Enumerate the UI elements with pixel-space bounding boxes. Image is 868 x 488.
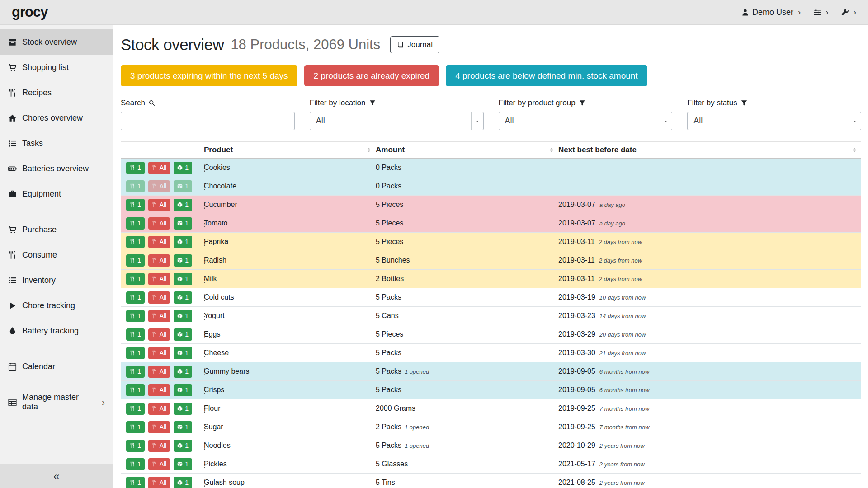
consume-one-button[interactable]: 1 [126, 254, 145, 267]
sidebar-item-calendar[interactable]: Calendar [0, 354, 113, 379]
consume-all-button[interactable]: All [148, 366, 170, 378]
product-amount: 5 Tins [376, 479, 558, 487]
consume-one-button[interactable]: 1 [126, 328, 145, 341]
utensils-icon [8, 251, 17, 259]
consume-all-button[interactable]: All [148, 291, 170, 304]
open-one-button[interactable]: 1 [174, 458, 192, 470]
search-input[interactable] [121, 112, 295, 130]
sidebar-item-manage-master-data[interactable]: Manage master data› [0, 389, 113, 415]
consume-one-button[interactable]: 1 [126, 458, 145, 470]
journal-button[interactable]: Journal [390, 36, 439, 53]
sidebar-item-chore-tracking[interactable]: Chore tracking [0, 293, 113, 318]
open-one-button[interactable]: 1 [174, 403, 192, 415]
sort-icon[interactable] [851, 147, 858, 153]
consume-one-button[interactable]: 1 [126, 347, 145, 359]
sidebar-item-consume[interactable]: Consume [0, 242, 113, 267]
sidebar-item-shopping-list[interactable]: Shopping list [0, 55, 113, 80]
table-icon [8, 398, 17, 407]
sidebar-item-inventory[interactable]: Inventory [0, 267, 113, 293]
consume-all-button[interactable]: All [148, 403, 170, 415]
consume-one-button[interactable]: 1 [126, 477, 145, 488]
open-box-icon [177, 424, 183, 430]
open-one-button[interactable]: 1 [174, 254, 192, 267]
below-min-stock-badge[interactable]: 4 products are below defined min. stock … [446, 65, 647, 86]
sidebar-item-equipment[interactable]: Equipment [0, 181, 113, 206]
table-header-date[interactable]: Next best before date [558, 142, 861, 158]
expired-badge[interactable]: 2 products are already expired [304, 65, 439, 86]
consume-all-button[interactable]: All [148, 273, 170, 285]
utensils-icon [130, 276, 135, 282]
consume-one-button[interactable]: 1 [126, 440, 145, 452]
open-one-button[interactable]: 1 [174, 421, 192, 433]
consume-one-button[interactable]: 1 [126, 421, 145, 433]
admin-menu[interactable]: › [841, 7, 856, 17]
table-header-product[interactable]: Product [204, 142, 376, 158]
open-one-button[interactable]: 1 [174, 180, 192, 192]
consume-all-button[interactable]: All [148, 440, 170, 452]
consume-all-button[interactable]: All [148, 347, 170, 359]
grocy-logo[interactable]: grocy [12, 4, 47, 20]
sidebar-item-purchase[interactable]: Purchase [0, 217, 113, 242]
open-one-button[interactable]: 1 [174, 328, 192, 341]
consume-one-button[interactable]: 1 [126, 384, 145, 396]
consume-all-button[interactable]: All [148, 384, 170, 396]
consume-all-button[interactable]: All [148, 477, 170, 488]
filter-location-select[interactable]: All [310, 112, 484, 130]
sidebar-item-batteries-overview[interactable]: Batteries overview [0, 156, 113, 181]
open-one-button[interactable]: 1 [174, 366, 192, 378]
open-one-button[interactable]: 1 [174, 217, 192, 230]
consume-one-button[interactable]: 1 [126, 199, 145, 211]
consume-one-button[interactable]: 1 [126, 366, 145, 378]
sidebar-item-stock-overview[interactable]: Stock overview [0, 29, 113, 55]
battery-icon [8, 164, 17, 173]
table-row: 1All1⋮Eggs5 Pieces2019-03-2920 days from… [121, 325, 861, 344]
sidebar-item-tasks[interactable]: Tasks [0, 131, 113, 156]
open-one-button[interactable]: 1 [174, 440, 192, 452]
consume-all-button[interactable]: All [148, 310, 170, 322]
consume-all-button[interactable]: All [148, 217, 170, 230]
open-one-button[interactable]: 1 [174, 347, 192, 359]
sidebar-collapse-button[interactable]: « [0, 464, 113, 488]
table-header-amount[interactable]: Amount [376, 142, 558, 158]
product-amount: 5 Pieces [376, 219, 558, 227]
sidebar-item-recipes[interactable]: Recipes [0, 80, 113, 105]
utensils-icon [8, 89, 17, 97]
consume-one-button[interactable]: 1 [126, 217, 145, 230]
consume-all-button[interactable]: All [148, 254, 170, 267]
open-one-button[interactable]: 1 [174, 236, 192, 248]
consume-all-button[interactable]: All [148, 236, 170, 248]
open-box-icon [177, 239, 183, 244]
open-one-button[interactable]: 1 [174, 199, 192, 211]
open-one-button[interactable]: 1 [174, 273, 192, 285]
consume-all-button[interactable]: All [148, 180, 170, 192]
consume-one-button[interactable]: 1 [126, 180, 145, 192]
open-one-button[interactable]: 1 [174, 291, 192, 304]
settings-menu[interactable]: › [813, 7, 828, 17]
consume-all-button[interactable]: All [148, 162, 170, 174]
user-menu[interactable]: Demo User › [741, 7, 801, 17]
consume-one-button[interactable]: 1 [126, 310, 145, 322]
open-one-button[interactable]: 1 [174, 162, 192, 174]
consume-all-button[interactable]: All [148, 328, 170, 341]
expiring-badge[interactable]: 3 products expiring within the next 5 da… [121, 65, 297, 86]
sidebar-item-chores-overview[interactable]: Chores overview [0, 105, 113, 131]
consume-one-button[interactable]: 1 [126, 291, 145, 304]
consume-all-button[interactable]: All [148, 199, 170, 211]
filter-status-select[interactable]: All [687, 112, 861, 130]
consume-one-button[interactable]: 1 [126, 162, 145, 174]
consume-all-button[interactable]: All [148, 421, 170, 433]
consume-one-button[interactable]: 1 [126, 273, 145, 285]
open-one-button[interactable]: 1 [174, 384, 192, 396]
open-one-button[interactable]: 1 [174, 477, 192, 488]
consume-all-button[interactable]: All [148, 458, 170, 470]
consume-one-button[interactable]: 1 [126, 403, 145, 415]
sidebar-item-battery-tracking[interactable]: Battery tracking [0, 318, 113, 343]
open-one-button[interactable]: 1 [174, 310, 192, 322]
relative-date: 7 months from now [599, 424, 650, 431]
consume-one-button[interactable]: 1 [126, 236, 145, 248]
filter-product-group-select[interactable]: All [499, 112, 673, 130]
table-row: 1All1⋮Tomato5 Pieces2019-03-07a day ago [121, 214, 861, 233]
open-box-icon [177, 276, 183, 282]
sort-icon[interactable] [548, 147, 555, 153]
sort-icon[interactable] [366, 147, 372, 153]
